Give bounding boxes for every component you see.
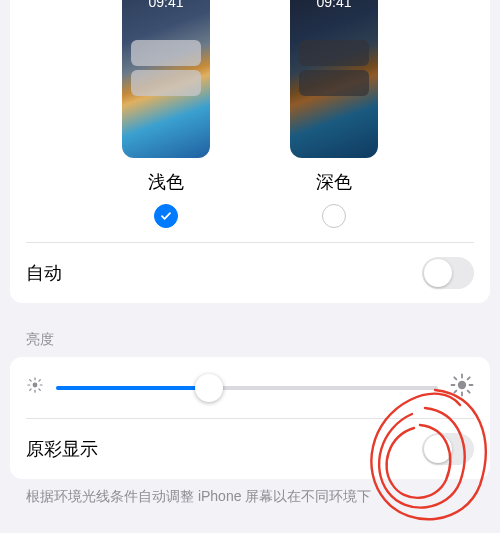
true-tone-row: 原彩显示 [10,419,490,479]
true-tone-footer: 根据环境光线条件自动调整 iPhone 屏幕以在不同环境下 [26,487,474,507]
brightness-group: 原彩显示 [10,357,490,479]
sun-large-icon [450,373,474,402]
svg-point-9 [458,381,466,389]
brightness-header: 亮度 [26,331,474,349]
slider-fill [56,386,209,390]
dark-label: 深色 [316,170,352,194]
preview-notification [299,70,369,96]
appearance-options-row: 09:41 浅色 09:41 深色 [10,0,490,242]
light-radio[interactable] [154,204,178,228]
svg-line-8 [39,380,40,381]
brightness-slider[interactable] [56,374,438,402]
preview-notification [131,70,201,96]
svg-line-17 [468,377,470,379]
preview-time: 09:41 [122,0,210,10]
svg-line-6 [39,389,40,390]
true-tone-label: 原彩显示 [26,437,98,461]
dark-preview-thumbnail: 09:41 [290,0,378,158]
svg-point-0 [33,383,38,388]
preview-time: 09:41 [290,0,378,10]
dark-radio[interactable] [322,204,346,228]
appearance-option-light[interactable]: 09:41 浅色 [122,0,210,228]
check-icon [160,210,172,222]
true-tone-switch[interactable] [422,433,474,465]
sun-small-icon [26,376,44,399]
preview-notification [131,40,201,66]
auto-label: 自动 [26,261,62,285]
switch-knob [424,259,452,287]
svg-line-15 [468,391,470,393]
auto-row: 自动 [10,243,490,303]
svg-line-14 [454,377,456,379]
light-label: 浅色 [148,170,184,194]
light-preview-thumbnail: 09:41 [122,0,210,158]
svg-line-7 [30,389,31,390]
svg-line-5 [30,380,31,381]
preview-notification [299,40,369,66]
appearance-option-dark[interactable]: 09:41 深色 [290,0,378,228]
switch-knob [424,435,452,463]
brightness-slider-row [10,357,490,418]
svg-line-16 [454,391,456,393]
slider-thumb[interactable] [195,374,223,402]
appearance-group: 09:41 浅色 09:41 深色 自动 [10,0,490,303]
auto-switch[interactable] [422,257,474,289]
